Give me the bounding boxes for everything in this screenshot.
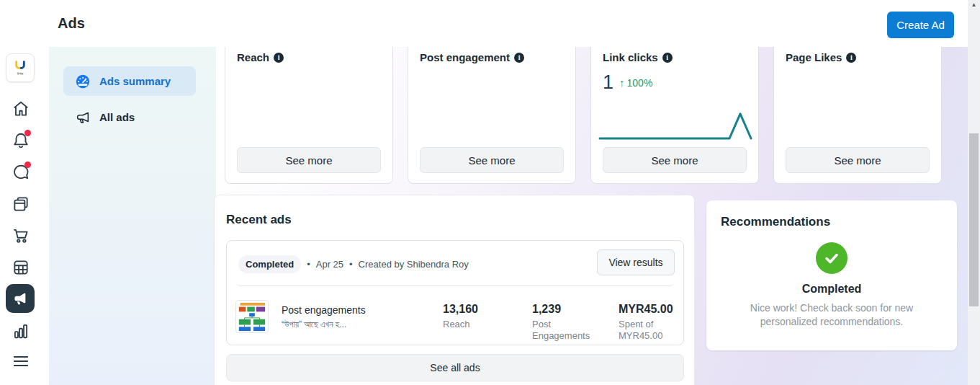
info-icon[interactable]: i (274, 53, 284, 63)
sidebar-item-ads-summary[interactable]: Ads summary (63, 66, 196, 96)
bullet: • (349, 259, 353, 270)
metric-title: Post engagement (420, 51, 510, 63)
info-icon[interactable]: i (846, 53, 856, 63)
workspace-avatar[interactable]: উপায় (6, 53, 35, 82)
notification-badge (24, 161, 31, 168)
link-clicks-sparkline-line (600, 114, 751, 138)
metric-card-reach: Reachi -- See more (225, 29, 393, 184)
divider (238, 286, 672, 286)
metric-card-page-likes: Page Likesi -- See more (773, 29, 942, 184)
more-menu-icon[interactable] (12, 352, 30, 371)
metric-delta: ↑ 100% (619, 76, 652, 89)
ad-creator: Created by Shibendra Roy (359, 259, 469, 270)
recommendation-message: Nice work! Check back soon for new perso… (724, 301, 940, 329)
see-more-button[interactable]: See more (237, 147, 381, 173)
ads-subnav: Ads summary All ads (49, 47, 216, 385)
info-icon[interactable]: i (514, 53, 524, 63)
metric-card-post-engagement: Post engagementi -- See more (408, 29, 576, 184)
ad-thumbnail[interactable] (235, 300, 269, 333)
notification-badge (24, 130, 31, 136)
see-more-button[interactable]: See more (603, 147, 747, 173)
check-circle-icon (816, 242, 848, 274)
metric-card-link-clicks: Link clicksi 1 ↑ 100% See more (590, 29, 759, 184)
metric-title: Link clicks (603, 51, 658, 63)
ad-card: Completed • Apr 25 • Created by Shibendr… (226, 240, 684, 345)
info-icon[interactable]: i (662, 53, 673, 63)
section-title: Recent ads (226, 213, 292, 227)
status-badge: Completed (238, 255, 301, 273)
ad-date: Apr 25 (316, 259, 343, 270)
home-icon[interactable] (12, 99, 30, 118)
link-clicks-sparkline (598, 105, 752, 141)
see-all-ads-button[interactable]: See all ads (226, 354, 684, 381)
create-ad-button[interactable]: Create Ad (887, 12, 954, 38)
ad-name: Post engagements (282, 304, 366, 316)
ad-metric-spend: MYR45.00 Spent of MYR45.00 (619, 303, 682, 342)
section-title: Recommendations (721, 215, 830, 229)
ad-metric-reach: 13,160 Reach (443, 303, 478, 330)
scrollbar-thumb[interactable] (969, 133, 979, 306)
messages-icon[interactable] (12, 163, 30, 182)
sidebar-item-all-ads[interactable]: All ads (63, 102, 196, 132)
left-rail: উপায় (0, 0, 49, 385)
page-title: Ads (58, 15, 85, 32)
scrollbar-up-arrow[interactable]: ▲ (968, 1, 980, 8)
ads-app-window: Ads summary All ads Reachi -- See more P… (0, 0, 980, 385)
gauge-icon (75, 74, 91, 89)
recent-ads-section: Recent ads Completed • Apr 25 • Created … (214, 195, 695, 385)
view-results-button[interactable]: View results (597, 249, 675, 275)
insights-bars-icon[interactable] (12, 322, 30, 340)
sidebar-item-label: All ads (99, 111, 135, 123)
metric-value: 1 (603, 71, 613, 94)
recommendations-panel: Recommendations Completed Nice work! Che… (706, 200, 957, 350)
ad-metric-post-engagements: 1,239 Post Engagements (532, 303, 594, 342)
see-more-button[interactable]: See more (786, 147, 930, 173)
metric-title: Reach (237, 51, 269, 63)
see-more-button[interactable]: See more (420, 147, 564, 173)
metric-title: Page Likes (786, 51, 842, 63)
sidebar-item-label: Ads summary (99, 75, 171, 87)
bullet: • (307, 259, 310, 270)
ads-icon-active[interactable] (6, 284, 35, 313)
pages-icon[interactable] (12, 195, 30, 213)
commerce-cart-icon[interactable] (12, 226, 30, 245)
ad-caption: “উপায়” আছে এখন হ... (282, 319, 366, 329)
up-arrow-icon: ↑ (619, 76, 625, 89)
scrollbar[interactable]: ▲ (968, 0, 980, 385)
recommendation-status: Completed (706, 283, 957, 296)
top-header: ∞ Ads Create Ad (0, 0, 968, 47)
megaphone-icon (75, 110, 91, 125)
tools-grid-icon[interactable] (12, 258, 30, 277)
notifications-icon[interactable] (12, 131, 30, 150)
